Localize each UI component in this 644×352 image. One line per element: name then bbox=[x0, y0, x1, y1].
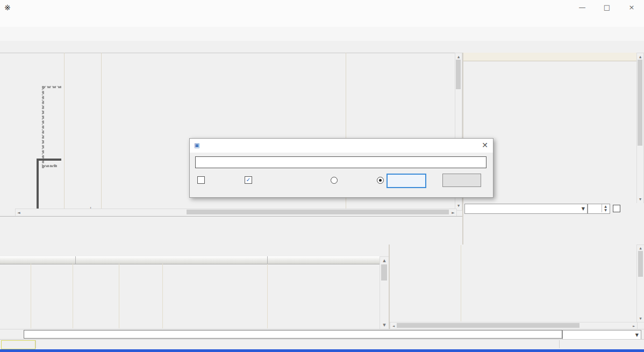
jump-line bbox=[37, 159, 61, 161]
memory-dump-panel[interactable] bbox=[0, 264, 380, 328]
registers-vscrollbar[interactable]: ▲ ▼ bbox=[636, 53, 644, 203]
unlock-checkbox[interactable] bbox=[613, 205, 620, 212]
command-input[interactable] bbox=[24, 330, 562, 339]
stack-panel[interactable]: ▲ ▼ ◄ ► bbox=[389, 245, 644, 329]
memory-dump-header bbox=[0, 256, 380, 264]
bottom-tab-bar bbox=[0, 245, 389, 257]
argument-count-stepper[interactable]: ▲▼ bbox=[588, 204, 610, 214]
cancel-button[interactable] bbox=[442, 174, 481, 187]
info-box bbox=[0, 216, 462, 244]
keep-size-checkbox[interactable] bbox=[197, 176, 205, 184]
dialog-icon: ▣ bbox=[194, 142, 199, 149]
nop-fill-checkbox[interactable]: ✓ bbox=[245, 176, 252, 184]
x32dbg-window: ※ — □ × ▸ ↓ ▲ ▼ ◄ bbox=[0, 0, 644, 352]
maximize-button[interactable]: □ bbox=[595, 0, 619, 15]
memory-vscrollbar[interactable]: ▲ ▼ bbox=[380, 256, 389, 329]
view-tab-bar bbox=[0, 41, 644, 53]
disassembly-hscrollbar[interactable]: ◄ ► bbox=[15, 209, 457, 217]
jump-line bbox=[42, 86, 44, 168]
annotation-instruction-box bbox=[189, 52, 263, 61]
annotation-input-box bbox=[191, 155, 251, 171]
command-bar: ▼ bbox=[0, 329, 644, 340]
jump-line bbox=[37, 159, 39, 213]
asmjit-radio[interactable] bbox=[377, 177, 384, 184]
title-bar: ※ bbox=[0, 0, 644, 16]
toolbar bbox=[0, 27, 644, 41]
app-logo-icon: ※ bbox=[4, 3, 11, 12]
chevron-down-icon: ▼ bbox=[582, 204, 585, 213]
menu-bar bbox=[0, 15, 644, 27]
minimize-button[interactable]: — bbox=[570, 0, 595, 15]
hide-fpu-button[interactable] bbox=[463, 53, 641, 61]
dialog-title-bar[interactable]: ▣ ✕ bbox=[190, 139, 493, 153]
annotation-address-box bbox=[63, 76, 103, 85]
calling-convention-bar: ▼ ▲▼ bbox=[463, 203, 644, 214]
status-badge bbox=[1, 340, 35, 349]
taskbar-strip bbox=[0, 349, 644, 352]
arguments-panel[interactable] bbox=[463, 214, 644, 245]
close-button[interactable]: × bbox=[619, 0, 644, 15]
status-bar bbox=[0, 339, 644, 350]
jump-line bbox=[42, 86, 61, 88]
xedparse-radio[interactable] bbox=[331, 177, 338, 184]
calling-convention-select[interactable]: ▼ bbox=[464, 204, 588, 214]
stepper-arrows-icon[interactable]: ▲▼ bbox=[602, 204, 609, 212]
stack-vscrollbar[interactable]: ▲ ▼ bbox=[636, 245, 644, 322]
dialog-close-icon[interactable]: ✕ bbox=[482, 141, 488, 149]
jump-arrow-icon: ▸ bbox=[54, 162, 56, 168]
chevron-down-icon: ▼ bbox=[635, 331, 639, 340]
ok-button[interactable] bbox=[387, 174, 426, 188]
